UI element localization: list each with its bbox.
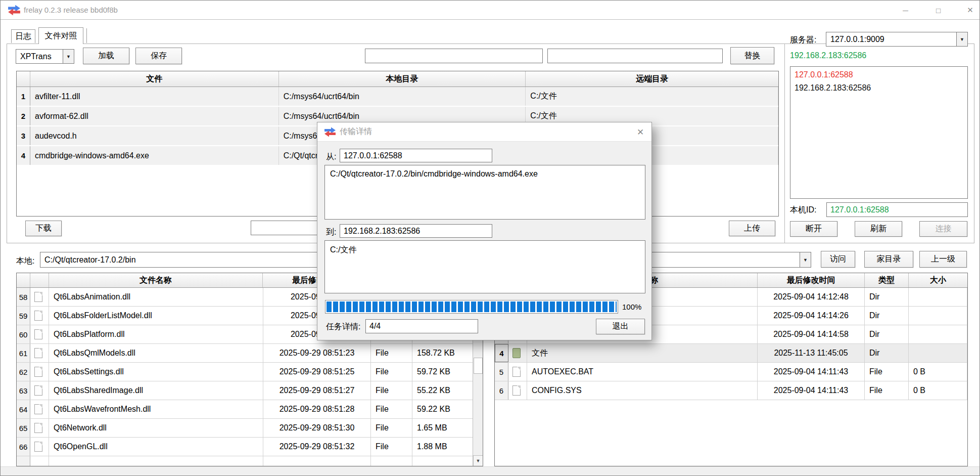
row-number: 4 [17,146,30,165]
type-cell: File [371,400,412,418]
header-file-name[interactable]: 文件名称 [49,273,263,287]
header-local-dir[interactable]: 本地目录 [279,71,526,86]
row-number: 1 [17,87,30,106]
mapping-table-header: 文件 本地目录 远端目录 [17,71,778,87]
row-number: 3 [17,126,30,145]
size-cell [909,344,967,362]
to-label: 到: [326,226,336,238]
header-remote-dir[interactable]: 远端目录 [526,71,778,86]
type-cell: Dir [865,307,909,325]
size-cell: 1.88 MB [412,438,473,456]
table-row[interactable]: 6 CONFIG.SYS 2025-09-04 14:11:43 File 0 … [495,381,967,400]
icon-cell [30,288,49,306]
file-icon [34,385,42,396]
to-field[interactable]: 192.168.2.183:62586 [340,224,492,238]
server-select[interactable]: 127.0.0.1:9009 ▼ [826,32,968,47]
profile-select-value: XPTrans [16,50,63,63]
table-row[interactable]: 62 Qt6LabsSettings.dll 2025-09-29 08:51:… [17,363,483,381]
replace-button[interactable]: 替换 [730,47,774,64]
dialog-title: 传输详情 [340,126,372,137]
profile-select[interactable]: XPTrans ▼ [16,49,74,64]
table-row[interactable]: 65 Qt6Network.dll 2025-09-29 08:51:30 Fi… [17,419,483,438]
up-level-button[interactable]: 上一级 [919,251,967,268]
connect-button[interactable]: 连接 [919,221,967,237]
refresh-button[interactable]: 刷新 [855,221,902,237]
header-icon [30,273,49,287]
exit-button[interactable]: 退出 [596,319,645,334]
list-item[interactable]: 192.168.2.183:62586 [790,81,967,95]
download-button[interactable]: 下载 [25,221,62,236]
client-list[interactable]: 127.0.0.1:62588 192.168.2.183:62586 [790,66,968,199]
file-icon [34,423,42,433]
type-cell: File [371,419,412,437]
list-item[interactable]: 127.0.0.1:62588 [790,68,967,81]
chevron-down-icon: ▼ [956,32,967,46]
file-cell: avformat-62.dll [30,107,279,125]
file-icon [34,329,42,339]
client-list-items: 127.0.0.1:62588 192.168.2.183:62586 [790,68,967,95]
load-button[interactable]: 加载 [83,48,129,64]
type-cell: File [371,363,412,381]
disconnect-button[interactable]: 断开 [790,221,837,237]
close-button[interactable]: ✕ [960,1,980,20]
row-number: 4 [495,344,508,362]
source-path-textarea[interactable]: C:/Qt/qtcreator-17.0.2/bin/cmdbridge-win… [324,165,645,220]
type-cell: File [371,438,412,456]
save-button[interactable]: 保存 [135,48,182,64]
row-number: 63 [17,381,30,400]
table-row[interactable]: 5 AUTOEXEC.BAT 2025-09-04 14:11:43 File … [495,363,967,381]
file-cell: cmdbridge-windows-amd64.exe [30,146,279,165]
header-file[interactable]: 文件 [30,71,279,86]
file-name-cell: Qt6LabsWavefrontMesh.dll [49,400,263,418]
modified-cell: 2025-09-29 08:51:23 [263,344,371,362]
window-title: frelay 0.2.3 release bbd0f8b [24,6,118,14]
replace-input[interactable] [547,49,723,63]
chevron-down-icon: ▼ [800,252,811,267]
maximize-button[interactable]: □ [927,1,950,20]
local-id-field[interactable]: 127.0.0.1:62588 [826,202,968,217]
size-cell [909,307,967,325]
file-name-cell: CONFIG.SYS [527,381,758,400]
icon-cell [30,438,49,456]
size-cell: 158.72 KB [412,344,473,362]
dialog-close-icon[interactable]: ✕ [632,126,648,139]
table-row[interactable]: 4 文件 2025-11-13 11:45:05 Dir [495,344,967,363]
file-name-cell: Qt6LabsSharedImage.dll [49,381,263,400]
home-dir-button[interactable]: 家目录 [864,251,913,268]
dest-path-textarea[interactable]: C:/文件 [324,240,645,293]
type-cell: Dir [865,325,909,343]
tab-file-compare[interactable]: 文件对照 [38,27,83,44]
table-row[interactable]: 64 Qt6LabsWavefrontMesh.dll 2025-09-29 0… [17,400,483,419]
size-cell: 1.65 MB [412,419,473,437]
file-icon [34,348,42,358]
file-name-cell: Qt6LabsPlatform.dll [49,325,263,343]
table-row-partial [17,456,483,466]
row-number: 58 [17,288,30,306]
task-detail-field[interactable]: 4/4 [365,319,478,333]
tab-log[interactable]: 日志 [11,29,35,43]
icon-cell [508,363,527,381]
header-row-number [17,273,30,287]
visit-button[interactable]: 访问 [821,251,855,268]
table-row[interactable]: 66 Qt6OpenGL.dll 2025-09-29 08:51:32 Fil… [17,438,483,456]
scroll-down-button[interactable]: ▼ [473,455,483,466]
header-size[interactable]: 大小 [909,273,967,287]
queue-input[interactable] [251,221,320,235]
upload-button[interactable]: 上传 [729,221,775,236]
header-modified[interactable]: 最后修改时间 [758,273,865,287]
modified-cell: 2025-09-04 14:14:26 [758,307,865,325]
progress-bar [325,300,618,314]
find-input[interactable] [365,49,543,63]
table-row[interactable]: 63 Qt6LabsSharedImage.dll 2025-09-29 08:… [17,381,483,400]
table-row[interactable]: 61 Qt6LabsQmlModels.dll 2025-09-29 08:51… [17,344,483,363]
minimize-button[interactable]: ─ [894,1,917,20]
modified-cell: 2025-09-04 14:11:43 [758,363,865,381]
row-number: 64 [17,400,30,418]
from-field[interactable]: 127.0.0.1:62588 [340,149,492,162]
icon-cell [30,344,49,362]
row-number: 2 [17,107,30,125]
scrollbar-thumb[interactable] [474,358,483,374]
progress-bar-fill [326,301,617,312]
table-row[interactable]: 1 avfilter-11.dll C:/msys64/ucrt64/bin C… [17,87,778,107]
header-type[interactable]: 类型 [865,273,909,287]
